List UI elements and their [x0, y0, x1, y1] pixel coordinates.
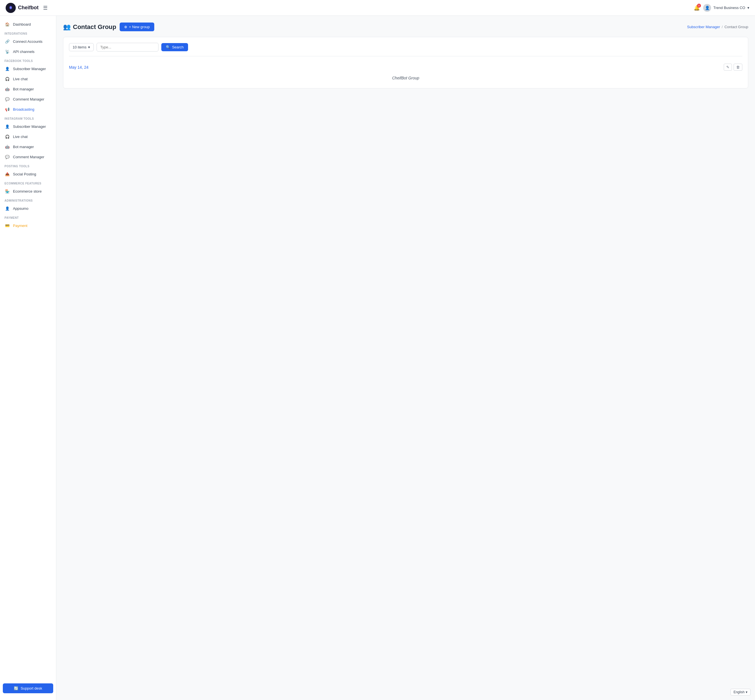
sidebar-item-social-posting[interactable]: 📤 Social Posting — [0, 169, 56, 179]
support-label: Support desk — [20, 686, 42, 691]
sidebar-item-fb-live-chat[interactable]: 🎧 Live chat — [0, 74, 56, 84]
section-label-ecommerce: ECOMMERCE FEATURES — [0, 179, 56, 186]
connect-accounts-icon: 🔗 — [5, 39, 10, 44]
top-bar-left: Cheifbot ☰ — [6, 3, 48, 13]
user-menu-chevron: ▾ — [747, 6, 749, 10]
ig-comment-label: Comment Manager — [13, 155, 44, 159]
page-header: 👥 Contact Group ⊕ + New group Subscriber… — [63, 22, 748, 31]
sidebar-item-payment[interactable]: 💳 Payment — [0, 220, 56, 231]
support-icon: 🔄 — [14, 686, 18, 691]
search-button[interactable]: 🔍 Search — [161, 43, 188, 51]
top-bar-right: 🔔 0 👤 Trend Business CO ▾ — [694, 4, 749, 12]
sidebar-item-connect-accounts[interactable]: 🔗 Connect Accounts — [0, 36, 56, 47]
edit-icon: ✎ — [726, 65, 729, 69]
api-channels-label: API channels — [13, 50, 34, 54]
breadcrumb: Subscriber Manager / Contact Group — [687, 25, 748, 29]
ig-livechat-label: Live chat — [13, 134, 28, 139]
section-label-payment: PAYMENT — [0, 213, 56, 220]
ig-subscriber-label: Subscriber Manager — [13, 125, 46, 129]
new-group-plus-icon: ⊕ — [124, 25, 127, 29]
section-label-administrations: ADMINISTRATIONS — [0, 196, 56, 203]
sidebar-item-appsumo[interactable]: 👤 Appsumo — [0, 203, 56, 213]
sidebar-item-api-channels[interactable]: 📡 API channels — [0, 47, 56, 56]
sidebar-item-ig-live-chat[interactable]: 🎧 Live chat — [0, 131, 56, 142]
sidebar-item-ig-subscriber-manager[interactable]: 👤 Subscriber Manager — [0, 121, 56, 131]
logo-icon — [6, 3, 16, 13]
page-title-icon: 👥 — [63, 23, 71, 31]
social-posting-label: Social Posting — [13, 172, 36, 176]
appsumo-icon: 👤 — [5, 206, 10, 211]
main-content: 👥 Contact Group ⊕ + New group Subscriber… — [56, 16, 755, 700]
page-title-area: 👥 Contact Group ⊕ + New group — [63, 22, 154, 31]
sidebar: 🏠 Dashboard INTEGRATIONS 🔗 Connect Accou… — [0, 16, 56, 700]
breadcrumb-parent-link[interactable]: Subscriber Manager — [687, 25, 720, 29]
search-label: Search — [172, 45, 184, 49]
notification-button[interactable]: 🔔 0 — [694, 5, 700, 11]
ecommerce-label: Ecommerce store — [13, 189, 42, 194]
search-input[interactable] — [97, 43, 159, 52]
fb-broadcasting-label: Broadcasting — [13, 107, 34, 111]
section-label-integrations: INTEGRATIONS — [0, 29, 56, 36]
hamburger-button[interactable]: ☰ — [43, 5, 48, 11]
user-avatar: 👤 — [703, 4, 711, 12]
user-menu-button[interactable]: 👤 Trend Business CO ▾ — [703, 4, 749, 12]
notification-badge: 0 — [697, 4, 701, 8]
section-label-posting: POSTING TOOLS — [0, 162, 56, 169]
group-actions: ✎ 🗑 — [724, 64, 743, 71]
svg-point-1 — [10, 7, 11, 8]
support-desk-button[interactable]: 🔄 Support desk — [3, 683, 53, 693]
connect-accounts-label: Connect Accounts — [13, 39, 42, 44]
ig-subscriber-icon: 👤 — [5, 123, 10, 129]
sidebar-item-fb-broadcasting[interactable]: 📢 Broadcasting — [0, 104, 56, 114]
breadcrumb-separator: / — [722, 25, 723, 29]
top-bar: Cheifbot ☰ 🔔 0 👤 Trend Business CO ▾ — [0, 0, 755, 16]
payment-label: Payment — [13, 223, 27, 228]
items-count-text: 10 items — [73, 45, 86, 49]
sidebar-item-ig-bot-manager[interactable]: 🤖 Bot manager — [0, 142, 56, 152]
delete-icon: 🗑 — [736, 65, 740, 69]
dashboard-icon: 🏠 — [5, 21, 10, 27]
logo-text: Cheifbot — [18, 5, 39, 11]
search-icon: 🔍 — [166, 45, 170, 49]
ig-bot-label: Bot manager — [13, 145, 34, 149]
page-title: 👥 Contact Group — [63, 23, 116, 31]
ig-comment-icon: 💬 — [5, 154, 10, 159]
sidebar-item-fb-comment-manager[interactable]: 💬 Comment Manager — [0, 94, 56, 104]
fb-comment-icon: 💬 — [5, 96, 10, 102]
contact-group-card: 10 items ▾ 🔍 Search May 14, 24 ✎ — [63, 37, 748, 88]
sidebar-item-ig-comment-manager[interactable]: 💬 Comment Manager — [0, 152, 56, 162]
logo: Cheifbot — [6, 3, 39, 13]
new-group-button[interactable]: ⊕ + New group — [120, 22, 154, 31]
items-count-select[interactable]: 10 items ▾ — [69, 43, 94, 51]
items-chevron-icon: ▾ — [88, 45, 90, 49]
sidebar-item-fb-subscriber-manager[interactable]: 👤 Subscriber Manager — [0, 64, 56, 74]
fb-subscriber-icon: 👤 — [5, 66, 10, 72]
language-selector[interactable]: English ▾ — [730, 689, 750, 695]
group-date: May 14, 24 — [69, 65, 88, 70]
section-label-facebook: FACEBOOK TOOLS — [0, 56, 56, 64]
sidebar-item-ecommerce-store[interactable]: 🏪 Ecommerce store — [0, 186, 56, 196]
ig-bot-icon: 🤖 — [5, 144, 10, 150]
delete-group-button[interactable]: 🗑 — [733, 64, 743, 71]
language-chevron: ▾ — [746, 690, 747, 694]
api-channels-icon: 📡 — [5, 49, 10, 54]
fb-subscriber-label: Subscriber Manager — [13, 67, 46, 71]
payment-icon: 💳 — [5, 223, 10, 228]
dashboard-label: Dashboard — [13, 22, 31, 27]
sidebar-item-dashboard[interactable]: 🏠 Dashboard — [0, 19, 56, 29]
fb-livechat-icon: 🎧 — [5, 76, 10, 82]
appsumo-label: Appsumo — [13, 206, 28, 211]
breadcrumb-current: Contact Group — [724, 25, 748, 29]
edit-group-button[interactable]: ✎ — [724, 64, 732, 71]
fb-bot-icon: 🤖 — [5, 86, 10, 92]
main-layout: 🏠 Dashboard INTEGRATIONS 🔗 Connect Accou… — [0, 0, 755, 700]
group-name: CheifBot Group — [69, 73, 743, 83]
ig-livechat-icon: 🎧 — [5, 134, 10, 139]
sidebar-item-fb-bot-manager[interactable]: 🤖 Bot manager — [0, 84, 56, 94]
toolbar-divider — [69, 56, 743, 56]
page-title-text: Contact Group — [73, 23, 116, 31]
group-item: May 14, 24 ✎ 🗑 — [69, 61, 743, 73]
fb-livechat-label: Live chat — [13, 77, 28, 81]
fb-broadcasting-icon: 📢 — [5, 106, 10, 112]
new-group-label: + New group — [129, 25, 150, 29]
